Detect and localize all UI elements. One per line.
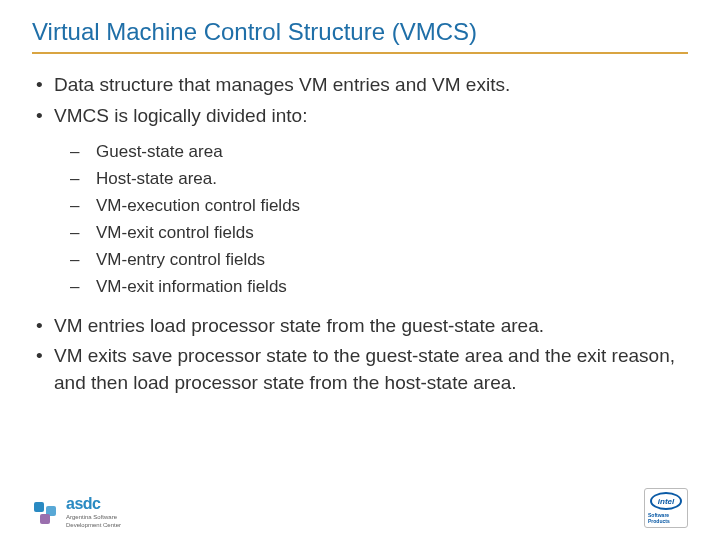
- bullet-item: Data structure that manages VM entries a…: [32, 72, 688, 99]
- asdc-text: asdc Argentina Software Development Cent…: [66, 496, 121, 528]
- slide-content: Virtual Machine Control Structure (VMCS)…: [0, 0, 720, 397]
- asdc-name: asdc: [66, 496, 121, 512]
- bullet-item: VMCS is logically divided into:: [32, 103, 688, 130]
- bullet-list-bottom: VM entries load processor state from the…: [32, 313, 688, 397]
- asdc-logo: asdc Argentina Software Development Cent…: [32, 496, 121, 528]
- asdc-sub1: Argentina Software: [66, 514, 121, 520]
- footer: asdc Argentina Software Development Cent…: [32, 488, 688, 528]
- intel-logo: intel Software Products: [644, 488, 688, 528]
- sub-bullet-list: Guest-state area Host-state area. VM-exe…: [32, 141, 688, 299]
- sub-bullet-item: VM-exit information fields: [32, 276, 688, 299]
- asdc-sub2: Development Center: [66, 522, 121, 528]
- bullet-item: VM entries load processor state from the…: [32, 313, 688, 340]
- intel-name: intel: [658, 497, 674, 506]
- bullet-list-top: Data structure that manages VM entries a…: [32, 72, 688, 129]
- asdc-icon: [32, 500, 60, 524]
- sub-bullet-item: VM-execution control fields: [32, 195, 688, 218]
- intel-sub: Software Products: [648, 512, 684, 524]
- sub-bullet-item: Host-state area.: [32, 168, 688, 191]
- slide-title: Virtual Machine Control Structure (VMCS): [32, 18, 688, 54]
- bullet-item: VM exits save processor state to the gue…: [32, 343, 688, 396]
- sub-bullet-item: VM-exit control fields: [32, 222, 688, 245]
- sub-bullet-item: Guest-state area: [32, 141, 688, 164]
- intel-oval-icon: intel: [650, 492, 682, 510]
- sub-bullet-item: VM-entry control fields: [32, 249, 688, 272]
